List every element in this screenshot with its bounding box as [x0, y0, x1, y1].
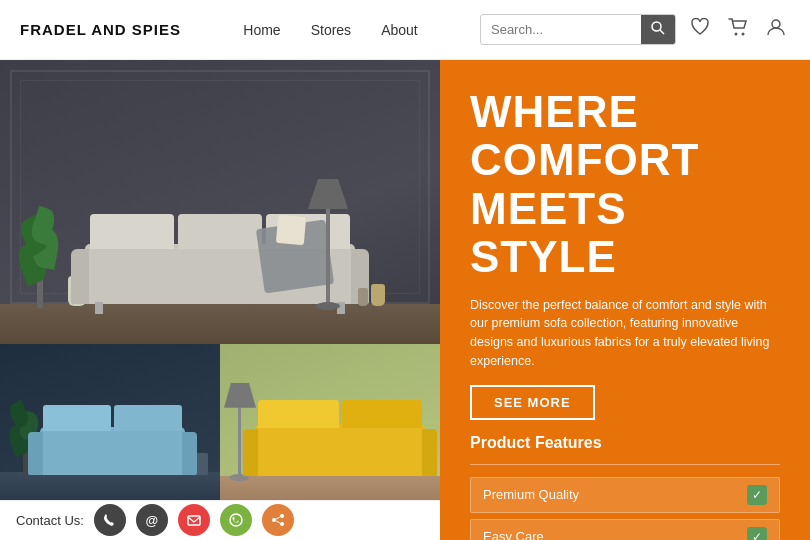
heart-icon: [690, 18, 710, 36]
gallery-bottom-left-image: [0, 344, 220, 500]
svg-point-6: [230, 514, 242, 526]
svg-line-11: [276, 521, 280, 523]
nav-home[interactable]: Home: [243, 22, 280, 38]
feature-label-premium: Premium Quality: [483, 487, 579, 502]
search-box: [480, 14, 676, 45]
user-button[interactable]: [762, 13, 790, 46]
svg-line-1: [660, 30, 664, 34]
gallery-bottom: [0, 344, 440, 500]
wishlist-button[interactable]: [686, 14, 714, 45]
share-icon-button[interactable]: [262, 504, 294, 536]
email-icon-button[interactable]: [178, 504, 210, 536]
nav: Home Stores About: [243, 22, 417, 38]
svg-point-4: [772, 20, 780, 28]
svg-point-2: [734, 33, 737, 36]
features-title: Product Features: [470, 434, 780, 452]
gallery-bottom-right-image: [220, 344, 440, 500]
gallery-top-image: [0, 60, 440, 344]
heading-line1: WHERE: [470, 87, 639, 136]
main-content: Contact Us: @: [0, 60, 810, 540]
svg-point-0: [652, 22, 661, 31]
nav-about[interactable]: About: [381, 22, 418, 38]
see-more-button[interactable]: SEE MORE: [470, 385, 595, 420]
gallery: Contact Us: @: [0, 60, 440, 540]
promo-panel: WHERE COMFORT MEETS STYLE Discover the p…: [440, 60, 810, 540]
logo: FRADEL AND SPIES: [20, 21, 181, 38]
search-input[interactable]: [481, 16, 641, 43]
svg-point-8: [272, 518, 276, 522]
search-button[interactable]: [641, 15, 675, 44]
svg-rect-5: [188, 516, 200, 525]
check-premium: ✓: [747, 485, 767, 505]
header-right: [480, 13, 790, 46]
whatsapp-icon-button[interactable]: [220, 504, 252, 536]
svg-point-3: [741, 33, 744, 36]
contact-bar: Contact Us: @: [0, 500, 440, 540]
svg-point-7: [280, 514, 284, 518]
nav-stores[interactable]: Stores: [311, 22, 351, 38]
heading-line3: MEETS STYLE: [470, 184, 627, 281]
user-icon: [766, 17, 786, 37]
check-easycare: ✓: [747, 527, 767, 540]
cart-button[interactable]: [724, 14, 752, 45]
header: FRADEL AND SPIES Home Stores About: [0, 0, 810, 60]
promo-description: Discover the perfect balance of comfort …: [470, 296, 770, 371]
feature-row-premium: Premium Quality ✓: [470, 477, 780, 513]
svg-point-9: [280, 522, 284, 526]
heading-line2: COMFORT: [470, 135, 699, 184]
phone-icon-button[interactable]: [94, 504, 126, 536]
at-icon-button[interactable]: @: [136, 504, 168, 536]
feature-label-easycare: Easy Care: [483, 529, 544, 540]
cart-icon: [728, 18, 748, 36]
features-divider: [470, 464, 780, 465]
feature-row-easycare: Easy Care ✓: [470, 519, 780, 540]
promo-heading: WHERE COMFORT MEETS STYLE: [470, 88, 780, 282]
product-features: Product Features Premium Quality ✓ Easy …: [470, 434, 780, 540]
search-icon: [651, 21, 665, 35]
svg-line-10: [276, 517, 280, 519]
contact-label: Contact Us:: [16, 513, 84, 528]
